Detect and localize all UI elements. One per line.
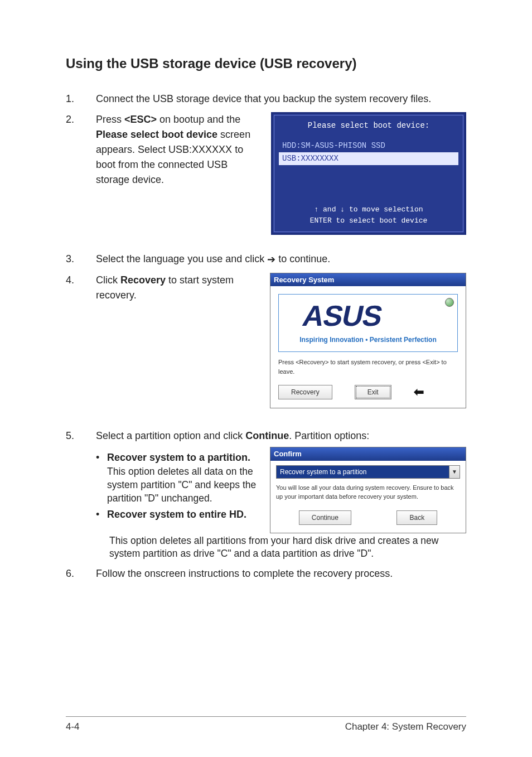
partition-select[interactable]: Recover system to a partition ▼ [276,465,460,479]
step-number: 6. [66,566,83,581]
logo-jewel-icon [445,298,454,307]
step-number: 3. [66,252,83,267]
confirm-window: Confirm Recover system to a partition ▼ … [270,447,466,533]
arrow-right-icon: ➔ [267,252,275,267]
bullet-desc: This option deletes all data on the syst… [107,465,261,505]
section-title: Using the USB storage device (USB recove… [66,56,466,71]
continue-button[interactable]: Continue [299,510,351,525]
step-text: Connect the USB storage device that you … [96,91,466,107]
partition-select-value: Recover system to a partition [277,466,449,478]
step-1: 1. Connect the USB storage device that y… [66,91,466,107]
bios-title: Please select boot device: [279,120,458,132]
page-number: 4-4 [66,721,80,732]
asus-logo-frame: ASUS Inspiring Innovation • Persistent P… [278,294,458,352]
step-5: 5. Select a partition option and click C… [66,428,466,561]
step-number: 5. [66,428,83,561]
step-text: Select the language you use and click ➔ … [96,252,466,267]
chevron-down-icon[interactable]: ▼ [449,466,460,478]
bullet-recover-entire-hd: • Recover system to entire HD. [96,507,261,522]
arrow-left-icon: ⬅ [414,383,424,401]
exit-button[interactable]: Exit [355,385,391,399]
asus-tagline: Inspiring Innovation • Persistent Perfec… [284,335,452,345]
step-3: 3. Select the language you use and click… [66,252,466,267]
step-number: 1. [66,91,83,107]
step-4: 4. Click Recovery to start system recove… [66,273,466,409]
bios-footer: ↑ and ↓ to move selection ENTER to selec… [279,204,458,226]
bullet-recover-partition: • Recover system to a partition. This op… [96,450,261,505]
step-number: 4. [66,273,83,409]
recovery-system-window: Recovery System ASUS [270,273,466,409]
step-2: 2. Press <ESC> on bootup and the Please … [66,112,466,235]
svg-text:ASUS: ASUS [300,300,385,331]
bios-boot-box: Please select boot device: HDD:SM-ASUS-P… [271,112,466,235]
recovery-instruction: Press <Recovery> to start system recover… [278,358,458,376]
step-text: Follow the onscreen instructions to comp… [96,566,466,581]
page-footer: 4-4 Chapter 4: System Recovery [66,716,466,732]
window-title: Confirm [270,447,466,461]
window-title: Recovery System [270,273,466,287]
step-number: 2. [66,112,83,235]
bios-device-usb: USB:XXXXXXXX [279,152,458,165]
chapter-label: Chapter 4: System Recovery [345,721,466,732]
step-text: Select a partition option and click Cont… [96,428,466,443]
recovery-button[interactable]: Recovery [278,385,332,399]
confirm-message: You will lose all your data during syste… [276,483,460,502]
step-text: Click Recovery to start system recovery. [96,273,261,303]
step-6: 6. Follow the onscreen instructions to c… [66,566,466,581]
back-button[interactable]: Back [396,510,437,525]
asus-logo-icon: ASUS [284,300,452,331]
bios-device-hdd: HDD:SM-ASUS-PHISON SSD [279,139,458,152]
bullet-desc: This option deletes all partitions from … [96,534,466,561]
step-text: Press <ESC> on bootup and the Please sel… [96,112,262,187]
